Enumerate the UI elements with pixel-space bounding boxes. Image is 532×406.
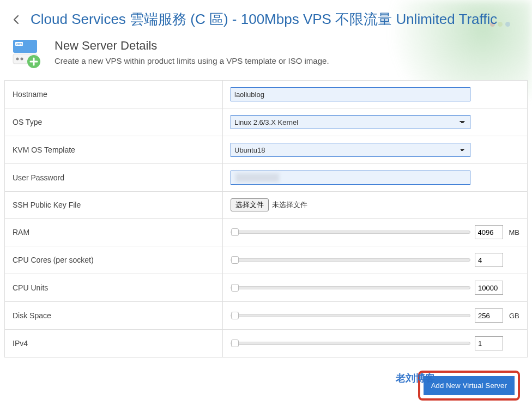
ipv4-label: IPv4 [5, 330, 223, 357]
footer: 老刘博客 Add New Virtual Server [4, 357, 528, 401]
svg-point-5 [21, 58, 23, 60]
disk-unit: GB [509, 312, 519, 320]
watermark-text: 老刘博客 [396, 372, 435, 385]
os-type-label: OS Type [5, 108, 223, 136]
cpu-units-input[interactable] [475, 281, 503, 295]
add-new-virtual-server-button[interactable]: Add New Virtual Server [424, 376, 515, 395]
cpu-units-slider[interactable] [231, 286, 470, 289]
server-form: Hostname OS Type Linux 2.6/3.X Kernel KV… [4, 80, 528, 357]
disk-label: Disk Space [5, 302, 223, 330]
kvm-template-label: KVM OS Template [5, 136, 223, 164]
svg-text:VPS: VPS [16, 43, 22, 46]
file-status: 未选择文件 [272, 200, 307, 210]
ipv4-slider[interactable] [231, 342, 470, 345]
choose-file-button[interactable]: 选择文件 [231, 198, 269, 211]
page-header: Cloud Services 雲端服務 (C 區) - 100Mbps VPS … [4, 10, 528, 39]
cpu-units-label: CPU Units [5, 274, 223, 302]
cpu-cores-slider[interactable] [231, 258, 470, 262]
ipv4-input[interactable] [475, 336, 503, 350]
kvm-template-select[interactable]: Ubuntu18 [231, 143, 470, 157]
ram-input[interactable] [475, 225, 503, 239]
vps-add-icon: VPS [11, 39, 44, 70]
ram-unit: MB [509, 228, 520, 237]
ram-slider[interactable] [231, 231, 470, 234]
intro-heading: New Server Details [55, 39, 329, 53]
password-label: User Password [5, 164, 223, 192]
ssh-key-label: SSH Public Key File [5, 192, 223, 219]
intro-subtext: Create a new VPS within product limits u… [55, 56, 329, 65]
cpu-cores-label: CPU Cores (per socket) [5, 246, 223, 274]
cpu-cores-input[interactable] [475, 253, 503, 267]
password-input[interactable] [231, 171, 470, 185]
disk-input[interactable] [475, 308, 503, 323]
disk-slider[interactable] [231, 314, 470, 317]
password-obscured [235, 173, 279, 182]
hostname-input[interactable] [231, 87, 470, 101]
hostname-label: Hostname [5, 81, 223, 108]
page-title: Cloud Services 雲端服務 (C 區) - 100Mbps VPS … [31, 10, 497, 29]
svg-rect-0 [13, 40, 37, 53]
os-type-select[interactable]: Linux 2.6/3.X Kernel [231, 115, 470, 129]
intro-section: VPS New Server Details Create a new VPS … [4, 39, 528, 80]
ram-label: RAM [5, 219, 223, 246]
svg-point-4 [16, 58, 19, 60]
back-arrow-icon[interactable] [11, 14, 23, 26]
